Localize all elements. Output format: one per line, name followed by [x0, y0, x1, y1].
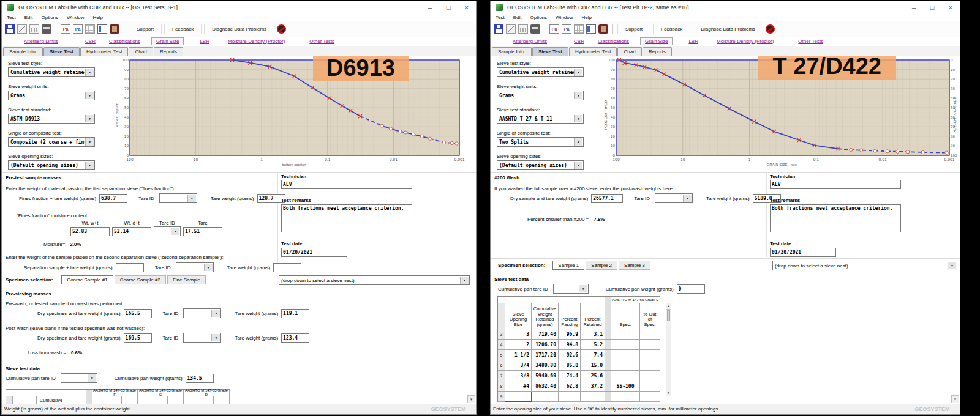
scroll-down-icon[interactable]: ▼	[666, 390, 671, 396]
paste-retained-icon[interactable]: Pa	[61, 24, 70, 34]
tab-sieve-test[interactable]: Sieve Test	[532, 47, 568, 56]
link-classifications[interactable]: Classifications	[598, 39, 629, 44]
save-icon[interactable]	[494, 24, 503, 34]
scrollbar-thumb[interactable]	[667, 310, 670, 321]
link-proctor[interactable]: Moisture-Density (Proctor)	[228, 39, 285, 44]
moisture-tare-id-select[interactable]: ▼	[154, 226, 181, 236]
close-icon[interactable]: ×	[941, 1, 960, 13]
sieve-style-select[interactable]: Cumulative weight retained▼	[8, 67, 95, 77]
tab-chart[interactable]: Chart	[129, 47, 153, 56]
chevron-down-icon[interactable]: ▼	[88, 374, 96, 382]
no-symbol-icon[interactable]	[277, 24, 286, 34]
dry-sample-field[interactable]	[591, 194, 623, 203]
tare-field[interactable]	[183, 227, 222, 236]
cell-size[interactable]: 3	[505, 329, 532, 340]
specimen-tab-coarse1[interactable]: Coarse Sample #1	[61, 275, 113, 284]
chevron-down-icon[interactable]: ▼	[574, 115, 582, 122]
menu-help[interactable]: Help	[582, 15, 592, 20]
paste-retained-icon[interactable]: Pa	[549, 24, 559, 34]
sieve-style-select[interactable]: Cumulative weight retained▼	[497, 67, 584, 77]
specimen-tab-sample2[interactable]: Sample 2	[586, 261, 617, 270]
chart-icon[interactable]	[29, 24, 39, 34]
chevron-down-icon[interactable]: ▼	[574, 69, 582, 76]
chevron-down-icon[interactable]: ▼	[85, 92, 94, 99]
tare-id-select[interactable]: ▼	[159, 193, 197, 203]
chevron-down-icon[interactable]: ▼	[187, 195, 196, 202]
calculator-icon[interactable]	[110, 24, 119, 34]
chevron-down-icon[interactable]: ▼	[579, 285, 587, 292]
scroll-down-button[interactable]: ▼	[951, 395, 959, 403]
weight-units-select[interactable]: Grams▼	[497, 91, 584, 100]
edit-icon[interactable]	[506, 24, 516, 34]
cell-cum[interactable]: 719.40	[532, 329, 559, 340]
paste-passing-icon[interactable]: Pa	[562, 24, 571, 34]
test-standard-select[interactable]: ASTM D6913▼	[8, 114, 95, 124]
link-lbr[interactable]: LBR	[688, 39, 698, 44]
chevron-down-icon[interactable]: ▼	[171, 228, 179, 235]
menu-test[interactable]: Test	[496, 15, 505, 20]
chevron-down-icon[interactable]: ▼	[460, 277, 469, 284]
menu-options[interactable]: Options	[41, 15, 58, 20]
specimen-tab-sample3[interactable]: Sample 3	[619, 261, 650, 270]
link-other-tests[interactable]: Other Tests	[309, 39, 334, 44]
minimize-icon[interactable]: –	[421, 1, 439, 13]
cell-cum[interactable]: 3480.80	[532, 360, 559, 371]
opening-sizes-select[interactable]: (Default opening sizes)▼	[497, 160, 584, 170]
chevron-down-icon[interactable]: ▼	[211, 310, 220, 317]
grid-icon[interactable]	[85, 24, 95, 34]
link-cbr[interactable]: CBR	[574, 39, 584, 44]
calculator-icon[interactable]	[598, 24, 608, 34]
diagnose-button[interactable]: Diagnose Data Problems	[204, 24, 274, 34]
menu-window[interactable]: Window	[556, 15, 573, 20]
test-date-field[interactable]	[770, 248, 836, 257]
pan-weight-field[interactable]	[186, 374, 214, 383]
cell-size[interactable]	[505, 392, 532, 402]
support-button[interactable]: Support	[129, 24, 162, 34]
tab-hydrometer-test[interactable]: Hydrometer Test	[80, 47, 129, 56]
tare-id-select[interactable]: ▼	[176, 262, 214, 272]
cell-size[interactable]: 2	[505, 340, 532, 350]
cell-cum[interactable]: 1206.70	[532, 340, 559, 350]
composite-select[interactable]: Composite (2 coarse + fines)▼	[8, 137, 95, 147]
cell-size[interactable]: #4	[505, 381, 532, 392]
prewash-tare-field[interactable]	[281, 309, 309, 318]
link-proctor[interactable]: Moisture-Density (Proctor)	[717, 39, 774, 44]
specimen-tab-coarse2[interactable]: Coarse Sample #2	[115, 275, 166, 284]
cell-cum[interactable]: 8632.40	[532, 381, 559, 392]
link-lbr[interactable]: LBR	[200, 39, 209, 44]
edit-icon[interactable]	[17, 24, 27, 34]
pan-tare-select[interactable]: ▼	[553, 284, 589, 294]
minimize-icon[interactable]: –	[905, 1, 923, 13]
maximize-icon[interactable]: □	[923, 1, 941, 13]
composite-select[interactable]: Two Splits▼	[497, 137, 584, 147]
form-icon[interactable]	[586, 24, 596, 34]
chevron-down-icon[interactable]: ▼	[948, 262, 956, 269]
technician-field[interactable]	[281, 180, 412, 189]
menu-edit[interactable]: Edit	[24, 15, 33, 20]
menu-test[interactable]: Test	[7, 15, 16, 20]
specimen-tab-sample1[interactable]: Sample 1	[552, 261, 584, 270]
prewash-weight-field[interactable]	[124, 309, 152, 318]
chevron-down-icon[interactable]: ▼	[574, 92, 582, 99]
tab-reports[interactable]: Reports	[643, 47, 672, 56]
postwash-tare-field[interactable]	[281, 333, 309, 343]
table-scrollbar[interactable]: ▲ ▼	[666, 303, 671, 396]
test-remarks-field[interactable]: Both fractions meet acceptance criterion…	[281, 204, 412, 232]
paste-passing-icon[interactable]: Pa	[73, 24, 83, 34]
cell-size[interactable]: 3/4	[505, 360, 532, 371]
tab-chart[interactable]: Chart	[617, 47, 642, 56]
chevron-down-icon[interactable]: ▼	[85, 162, 94, 169]
link-atterberg[interactable]: Atterberg Limits	[24, 39, 58, 44]
tab-reports[interactable]: Reports	[154, 47, 183, 56]
menu-help[interactable]: Help	[93, 15, 103, 20]
separation-tare-field[interactable]	[273, 263, 301, 272]
cell-size[interactable]: 3/8	[505, 371, 532, 381]
link-cbr[interactable]: CBR	[85, 39, 96, 44]
weight-units-select[interactable]: Grams▼	[8, 91, 95, 100]
separation-weight-field[interactable]	[116, 263, 144, 272]
sieve-nest-select[interactable]: (drop down to select a sieve nest)▼	[279, 275, 470, 285]
link-grain-size[interactable]: Grain Size	[640, 37, 673, 45]
link-grain-size[interactable]: Grain Size	[151, 37, 184, 45]
chevron-down-icon[interactable]: ▼	[574, 162, 582, 169]
form-icon[interactable]	[97, 24, 107, 34]
